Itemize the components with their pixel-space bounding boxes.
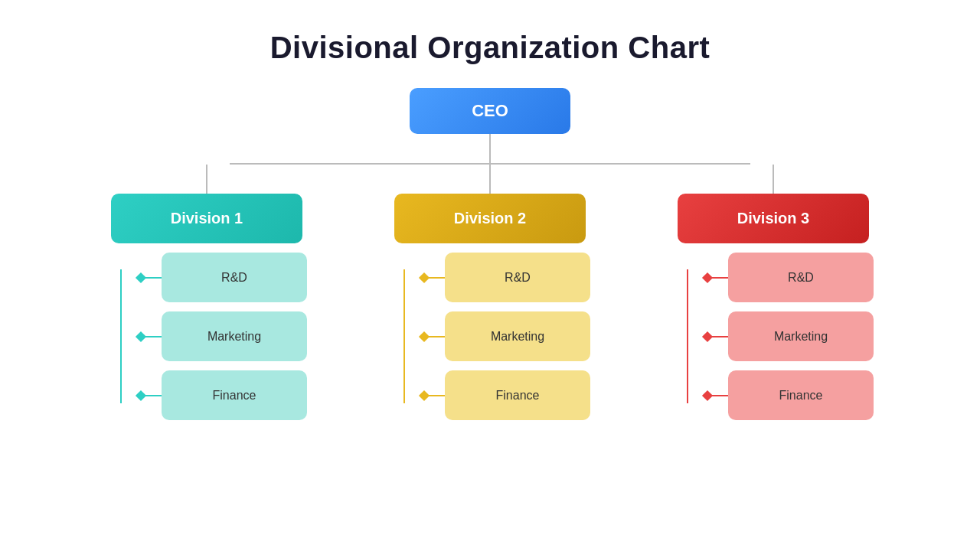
h-connector: [145, 336, 162, 337]
sub-v-line-3: [687, 269, 688, 403]
v-connector-1: [206, 165, 207, 194]
sub-box-marketing: Marketing: [445, 311, 590, 361]
v-connector-2: [489, 165, 491, 194]
division-box-3: Division 3: [678, 194, 869, 243]
page-title: Divisional Organization Chart: [270, 31, 710, 65]
h-bar-wrapper: [184, 163, 796, 165]
list-item: R&D: [137, 253, 307, 302]
h-connector: [428, 395, 445, 396]
sub-box-randd: R&D: [162, 253, 307, 302]
connector-dot: [419, 390, 430, 400]
connector-dot: [419, 331, 430, 341]
list-item: R&D: [420, 253, 590, 302]
sub-v-line-1: [120, 269, 122, 403]
sub-box-finance: Finance: [728, 370, 874, 420]
sub-box-finance: Finance: [445, 370, 590, 420]
connector-dot: [702, 390, 713, 400]
division-box-2: Division 2: [394, 194, 586, 243]
sub-items-1: R&DMarketingFinance: [106, 253, 307, 420]
h-connector: [711, 336, 728, 337]
list-item: Marketing: [704, 311, 874, 361]
division-col-2: Division 2R&DMarketingFinance: [371, 165, 609, 420]
sub-items-2: R&DMarketingFinance: [390, 253, 590, 420]
ceo-box: CEO: [410, 88, 570, 134]
ceo-connector: [489, 134, 491, 163]
sub-box-marketing: Marketing: [162, 311, 307, 361]
list-item: Marketing: [420, 311, 590, 361]
connector-dot: [419, 272, 430, 282]
org-chart: CEO Division 1R&DMarketingFinanceDivisio…: [0, 88, 980, 420]
sub-box-randd: R&D: [445, 253, 590, 302]
list-item: Finance: [420, 370, 590, 420]
sub-items-3: R&DMarketingFinance: [673, 253, 874, 420]
h-connector: [145, 395, 162, 396]
list-item: Finance: [704, 370, 874, 420]
connector-dot: [702, 272, 713, 282]
list-item: Marketing: [137, 311, 307, 361]
list-item: Finance: [137, 370, 307, 420]
h-connector: [428, 336, 445, 337]
list-item: R&D: [704, 253, 874, 302]
sub-box-randd: R&D: [728, 253, 874, 302]
ceo-label: CEO: [472, 101, 508, 121]
h-connector: [145, 277, 162, 279]
h-bar: [230, 163, 750, 165]
divisions-row: Division 1R&DMarketingFinanceDivision 2R…: [88, 165, 892, 420]
division-box-1: Division 1: [111, 194, 302, 243]
connector-dot: [702, 331, 713, 341]
connector-dot: [136, 390, 146, 400]
connector-dot: [136, 331, 146, 341]
sub-box-finance: Finance: [162, 370, 307, 420]
sub-v-line-2: [403, 269, 405, 403]
division-col-3: Division 3R&DMarketingFinance: [655, 165, 892, 420]
h-connector: [711, 277, 728, 279]
sub-box-marketing: Marketing: [728, 311, 874, 361]
h-connector: [711, 395, 728, 396]
v-connector-3: [773, 165, 774, 194]
connector-dot: [136, 272, 146, 282]
h-connector: [428, 277, 445, 279]
division-col-1: Division 1R&DMarketingFinance: [88, 165, 325, 420]
